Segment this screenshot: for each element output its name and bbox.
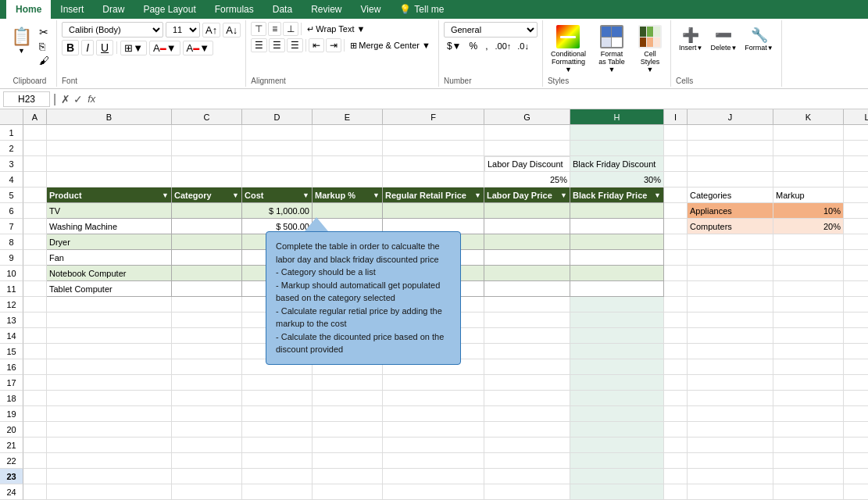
cancel-formula-button[interactable]: ✗ [61, 93, 70, 105]
borders-button[interactable]: ⊞▼ [120, 41, 147, 55]
accept-formula-button[interactable]: ✓ [73, 93, 83, 105]
row-header-8[interactable]: 8 [0, 234, 23, 250]
cell-c21[interactable] [172, 438, 242, 453]
cell-h11[interactable] [570, 281, 664, 297]
indent-decrease-button[interactable]: ⇤ [309, 38, 324, 52]
tab-tell-me[interactable]: 💡 Tell me [390, 0, 453, 19]
cell-b14[interactable] [47, 328, 172, 344]
cell-a12[interactable] [23, 297, 47, 312]
cell-i1[interactable] [664, 125, 688, 141]
cell-i21[interactable] [664, 438, 688, 453]
cell-b22[interactable] [47, 453, 172, 469]
col-header-f[interactable]: F [383, 109, 484, 124]
row-header-23[interactable]: 23 [0, 469, 23, 484]
cell-h1[interactable] [570, 125, 664, 141]
cell-j19[interactable] [688, 406, 773, 422]
cell-d18[interactable] [242, 391, 313, 406]
cell-f4[interactable] [383, 172, 484, 188]
cell-j20[interactable] [688, 422, 773, 438]
cell-g12[interactable] [484, 297, 570, 312]
cell-d4[interactable] [242, 172, 313, 188]
cell-k24[interactable] [773, 469, 844, 484]
tab-formulas[interactable]: Formulas [205, 0, 263, 19]
row-header-16[interactable]: 16 [0, 359, 23, 375]
col-header-l[interactable]: L [844, 109, 868, 124]
cell-a20[interactable] [23, 422, 47, 438]
cell-l6[interactable] [844, 203, 868, 219]
currency-button[interactable]: $▼ [444, 40, 465, 52]
cell-l9[interactable] [844, 250, 868, 266]
cell-g13[interactable] [484, 312, 570, 328]
cell-l8[interactable] [844, 234, 868, 250]
insert-button[interactable]: ➕ Insert▼ [676, 25, 705, 53]
cell-g14[interactable] [484, 328, 570, 344]
cell-e2[interactable] [313, 141, 383, 156]
paste-button[interactable]: 📋 ▼ [8, 25, 35, 56]
cell-a10[interactable] [23, 266, 47, 281]
cell-h25[interactable] [570, 484, 664, 500]
cell-a14[interactable] [23, 328, 47, 344]
cell-a11[interactable] [23, 281, 47, 297]
cell-g11[interactable] [484, 281, 570, 297]
cell-k21[interactable] [773, 438, 844, 453]
cell-g9[interactable] [484, 250, 570, 266]
cell-k15[interactable] [773, 344, 844, 359]
cell-c10[interactable] [172, 266, 242, 281]
font-selector[interactable]: Calibri (Body) [62, 22, 163, 38]
cell-e1[interactable] [313, 125, 383, 141]
cell-d2[interactable] [242, 141, 313, 156]
cell-a16[interactable] [23, 359, 47, 375]
cell-j16[interactable] [688, 359, 773, 375]
cell-f17[interactable] [383, 375, 484, 391]
cell-h18[interactable] [570, 391, 664, 406]
cell-k18[interactable] [773, 391, 844, 406]
cell-e20[interactable] [313, 422, 383, 438]
cell-j7[interactable]: Computers [688, 219, 773, 234]
cell-k16[interactable] [773, 359, 844, 375]
cell-i6[interactable] [664, 203, 688, 219]
cell-h6[interactable] [570, 203, 664, 219]
row-header-10[interactable]: 10 [0, 266, 23, 281]
cell-f2[interactable] [383, 141, 484, 156]
delete-button[interactable]: ➖ Delete▼ [707, 25, 740, 53]
cell-i8[interactable] [664, 234, 688, 250]
cell-l21[interactable] [844, 438, 868, 453]
cell-k22[interactable] [773, 453, 844, 469]
cell-c25[interactable] [172, 484, 242, 500]
row-header-11[interactable]: 11 [0, 281, 23, 297]
cell-g25[interactable] [484, 484, 570, 500]
cell-b10[interactable]: Notebook Computer [47, 266, 172, 281]
cell-c3[interactable] [172, 156, 242, 172]
cell-j22[interactable] [688, 453, 773, 469]
cell-l24[interactable] [844, 469, 868, 484]
cell-j18[interactable] [688, 391, 773, 406]
cell-f18[interactable] [383, 391, 484, 406]
col-header-k[interactable]: K [773, 109, 844, 124]
cell-h8[interactable] [570, 234, 664, 250]
cell-b20[interactable] [47, 422, 172, 438]
tab-page-layout[interactable]: Page Layout [134, 0, 205, 19]
cell-j3[interactable] [688, 156, 773, 172]
cell-h4[interactable]: 30% [570, 172, 664, 188]
cell-c5[interactable]: Category ▼ [172, 188, 242, 203]
cell-c7[interactable] [172, 219, 242, 234]
row-header-15[interactable]: 15 [0, 344, 23, 359]
cell-e25[interactable] [313, 484, 383, 500]
cell-l14[interactable] [844, 328, 868, 344]
row-header-9[interactable]: 9 [0, 250, 23, 266]
align-top-button[interactable]: ⊤ [251, 22, 266, 36]
cell-i5[interactable] [664, 188, 688, 203]
format-as-table-button[interactable]: Formatas Table ▼ [592, 23, 631, 75]
cell-g22[interactable] [484, 453, 570, 469]
align-middle-button[interactable]: ≡ [268, 22, 281, 36]
cell-g4[interactable]: 25% [484, 172, 570, 188]
cell-d3[interactable] [242, 156, 313, 172]
cell-i24[interactable] [664, 469, 688, 484]
cell-j6[interactable]: Appliances [688, 203, 773, 219]
cell-e4[interactable] [313, 172, 383, 188]
cell-i10[interactable] [664, 266, 688, 281]
cell-a7[interactable] [23, 219, 47, 234]
cell-h13[interactable] [570, 312, 664, 328]
cell-b1[interactable] [47, 125, 172, 141]
cell-a17[interactable] [23, 375, 47, 391]
